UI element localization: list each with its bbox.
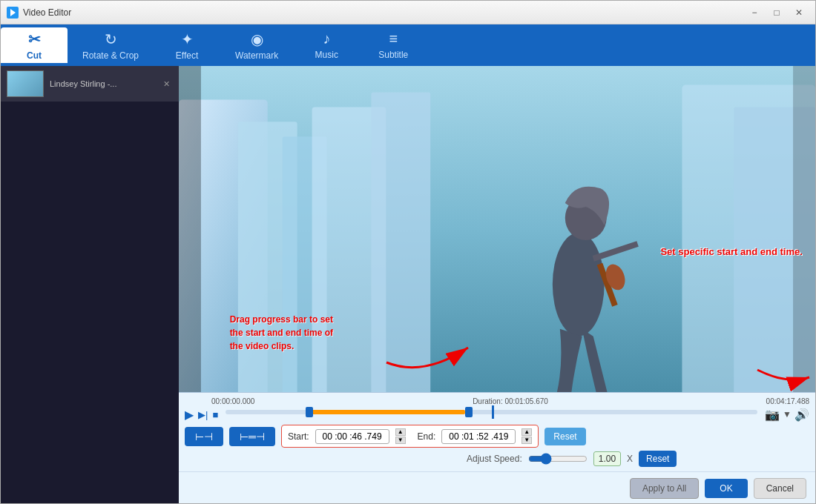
start-time-up[interactable]: ▲	[395, 428, 406, 436]
video-area: Set specific start and end time.	[179, 66, 815, 503]
apply-to-all-button[interactable]: Apply to All	[630, 478, 699, 499]
play-button[interactable]: ▶	[185, 408, 194, 422]
app-icon	[7, 7, 19, 19]
video-display: Set specific start and end time.	[179, 66, 815, 392]
window-title: Video Editor	[23, 7, 744, 18]
tab-music[interactable]: ♪ Music	[293, 27, 360, 63]
controls-row2: ⊢⊣ ⊢═⊣ Start: ▲ ▼ End:	[185, 425, 809, 448]
time-end-label: 00:04:17.488	[766, 397, 809, 405]
cancel-button[interactable]: Cancel	[754, 478, 806, 499]
time-start-label: 00:00:00.000	[211, 397, 254, 405]
cut-icon: ✂	[28, 30, 41, 48]
main-content: Lindsey Stirling -... ✕	[1, 66, 815, 503]
maximize-button[interactable]: □	[766, 4, 787, 21]
main-window: Video Editor − □ ✕ ✂ Cut ↻ Rotate & Crop…	[0, 0, 816, 504]
sidebar-item[interactable]: Lindsey Stirling -... ✕	[1, 66, 179, 102]
tab-effect[interactable]: ✦ Effect	[154, 27, 220, 63]
end-time-down[interactable]: ▼	[521, 437, 532, 444]
cut-start-icon: ⊢⊣	[195, 431, 213, 442]
start-label: Start:	[288, 431, 309, 442]
playback-controls: ▶ ▶| ■	[185, 408, 218, 422]
volume-button[interactable]: 🔊	[794, 408, 809, 422]
timeline-handle-left[interactable]	[306, 407, 313, 417]
timeline-row: ▶ ▶| ■ 📷 ▼ 🔊	[185, 407, 809, 422]
svg-rect-14	[179, 66, 201, 392]
screenshot-button[interactable]: 📷	[765, 408, 780, 422]
tab-rotate-label: Rotate & Crop	[82, 50, 139, 61]
drag-annotation: Drag progress bar to setthe start and en…	[230, 313, 333, 353]
svg-rect-6	[371, 92, 430, 392]
sidebar: Lindsey Stirling -... ✕	[1, 66, 179, 503]
stop-button[interactable]: ■	[212, 409, 218, 420]
window-controls: − □ ✕	[744, 4, 809, 21]
cut-start-button[interactable]: ⊢⊣	[185, 427, 223, 446]
end-time-up[interactable]: ▲	[521, 428, 532, 436]
tabbar: ✂ Cut ↻ Rotate & Crop ✦ Effect ◉ Waterma…	[1, 24, 815, 66]
tab-watermark[interactable]: ◉ Watermark	[220, 27, 293, 63]
ok-button[interactable]: OK	[705, 479, 747, 498]
minimize-button[interactable]: −	[744, 4, 765, 21]
tab-cut-label: Cut	[27, 50, 42, 61]
thumbnail	[7, 70, 44, 97]
sidebar-close-icon[interactable]: ✕	[160, 79, 173, 89]
set-time-annotation: Set specific start and end time.	[660, 245, 802, 259]
timeline-playhead[interactable]	[492, 405, 494, 419]
svg-marker-0	[10, 9, 16, 16]
dropdown-arrow[interactable]: ▼	[783, 409, 792, 420]
bottom-row: Apply to All OK Cancel	[179, 471, 815, 503]
svg-point-9	[553, 233, 605, 336]
svg-rect-15	[793, 66, 815, 392]
tab-music-label: Music	[315, 50, 338, 60]
start-time-input[interactable]	[315, 429, 389, 444]
controls-area: 00:00:00.000 Duration: 00:01:05.670 00:0…	[179, 392, 815, 471]
set-time-text: Set specific start and end time.	[660, 245, 802, 259]
duration-label: Duration: 00:01:05.670	[473, 397, 548, 405]
end-label: End:	[418, 431, 436, 442]
sidebar-item-label: Lindsey Stirling -...	[50, 79, 154, 88]
subtitle-icon: ≡	[389, 30, 398, 47]
rotate-icon: ↻	[105, 30, 117, 48]
tab-subtitle[interactable]: ≡ Subtitle	[360, 27, 427, 63]
speed-label: Adjust Speed:	[467, 454, 522, 464]
start-time-spinner: ▲ ▼	[395, 428, 406, 444]
timeline-track[interactable]	[226, 407, 757, 422]
speed-slider[interactable]	[528, 453, 588, 465]
end-time-input[interactable]	[441, 429, 516, 444]
timeline-selection[interactable]	[306, 410, 465, 414]
music-icon: ♪	[323, 30, 330, 47]
reset-button[interactable]: Reset	[544, 428, 585, 445]
timeline-labels: 00:00:00.000 Duration: 00:01:05.670 00:0…	[185, 397, 809, 407]
tab-rotate[interactable]: ↻ Rotate & Crop	[68, 27, 154, 63]
close-button[interactable]: ✕	[789, 4, 809, 21]
timeline-handle-right[interactable]	[465, 407, 473, 417]
cut-end-icon: ⊢═⊣	[240, 431, 265, 442]
video-frame: Set specific start and end time.	[179, 66, 815, 392]
controls-row3: Adjust Speed: 1.00 X Reset	[467, 451, 809, 467]
cut-end-button[interactable]: ⊢═⊣	[229, 427, 275, 446]
tab-watermark-label: Watermark	[235, 50, 278, 61]
speed-value: 1.00	[593, 451, 621, 466]
time-controls: Start: ▲ ▼ End: ▲ ▼	[281, 425, 539, 448]
speed-x-label: X	[627, 454, 633, 464]
effect-icon: ✦	[181, 30, 194, 48]
tab-subtitle-label: Subtitle	[378, 50, 408, 60]
titlebar: Video Editor − □ ✕	[1, 1, 815, 24]
step-forward-button[interactable]: ▶|	[198, 409, 208, 420]
watermark-icon: ◉	[251, 30, 263, 48]
tab-effect-label: Effect	[176, 50, 198, 61]
start-time-down[interactable]: ▼	[395, 437, 406, 444]
speed-reset-button[interactable]: Reset	[639, 451, 677, 467]
drag-annotation-text: Drag progress bar to setthe start and en…	[230, 313, 333, 353]
tab-cut[interactable]: ✂ Cut	[1, 27, 68, 63]
end-time-spinner: ▲ ▼	[521, 428, 532, 444]
